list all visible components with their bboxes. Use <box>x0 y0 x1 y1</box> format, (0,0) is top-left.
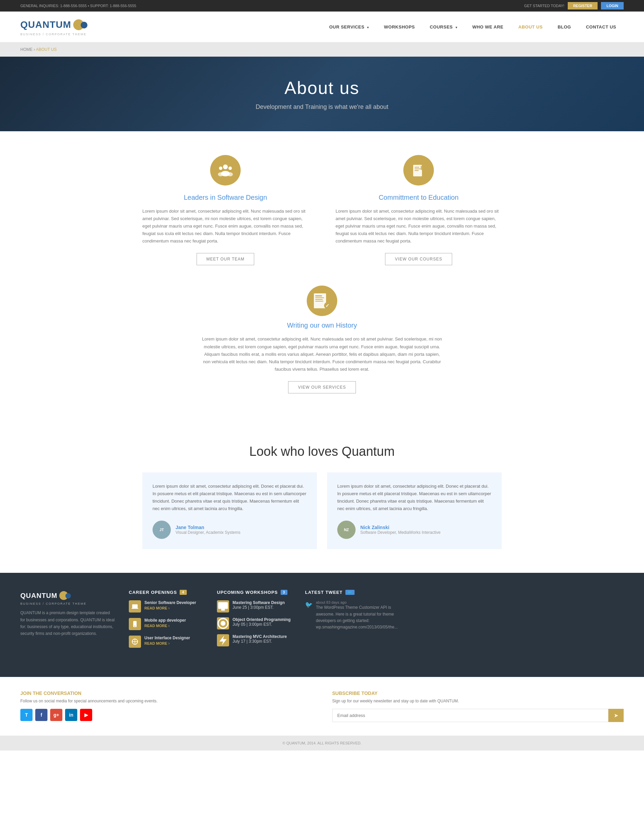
view-courses-button[interactable]: VIEW OUR COURSES <box>385 253 452 265</box>
workshop-icon-2 <box>217 617 229 629</box>
testimonial-1-avatar: JT <box>153 521 171 539</box>
nav-about-us[interactable]: ABOUT US <box>511 21 550 33</box>
leaders-icon <box>210 155 241 186</box>
top-bar-actions: GET STARTED TODAY! REGISTER LOGIN <box>524 2 624 10</box>
site-footer: QUANTUM BUSINESS / CORPORATE THEME QUANT… <box>0 573 644 677</box>
svg-rect-8 <box>414 168 421 169</box>
logo-name: QUANTUM <box>20 20 71 30</box>
workshops-title: UPCOMING WORKSHOPS 3 <box>217 590 292 595</box>
testimonial-1-text: Lorem ipsum dolor sit amet, consectetur … <box>153 483 307 513</box>
svg-marker-29 <box>219 635 227 645</box>
svg-rect-25 <box>218 603 228 609</box>
workshop-item-2: Object Oriented Programming July 05 | 3:… <box>217 617 292 629</box>
nav-contact-us[interactable]: CONTACT US <box>579 21 624 33</box>
social-icons-row: T f g+ in ▶ <box>20 709 312 721</box>
svg-rect-9 <box>414 170 419 171</box>
workshop-icon-1 <box>217 600 229 612</box>
testimonial-2-avatar: NZ <box>337 521 355 539</box>
footer-workshops: UPCOMING WORKSHOPS 3 Mastering Software … <box>217 590 292 653</box>
workshop-2-title: Object Oriented Programming <box>233 617 290 622</box>
career-2-read-more[interactable]: READ MORE <box>144 624 167 628</box>
career-2-title: Mobile app developer <box>144 618 186 623</box>
workshop-item-3: Mastering MVC Architecture July 17 | 3:3… <box>217 634 292 647</box>
tweet-text: The WordPress Theme Customizer API is aw… <box>316 604 398 630</box>
register-button[interactable]: REGISTER <box>568 2 598 10</box>
career-icon-3 <box>129 635 141 648</box>
testimonial-1-name: Jane Tolman <box>176 525 240 530</box>
commitment-body: Lorem ipsum dolor sit amet, consectetur … <box>336 207 502 245</box>
history-body: Lorem ipsum dolor sit amet, consectetur … <box>200 335 444 373</box>
subscribe-form: ➤ <box>332 709 624 722</box>
twitter-icon: 🐦 <box>305 601 313 630</box>
workshops-tag: 3 <box>280 590 288 595</box>
svg-point-28 <box>221 621 225 626</box>
footer-subscribe-section: SUBSCRIBE TODAY Sign up for our weekly n… <box>332 691 624 722</box>
svg-point-1 <box>219 167 222 170</box>
testimonial-2-author: NZ Nick Zalinski Software Developer, Med… <box>337 521 491 539</box>
social-desc: Follow us on social media for special an… <box>20 699 312 704</box>
nav-who-we-are[interactable]: WHO WE ARE <box>465 21 511 33</box>
lightning-icon <box>217 634 229 647</box>
subscribe-submit-button[interactable]: ➤ <box>608 709 624 722</box>
career-1-read-more[interactable]: READ MORE <box>144 606 167 610</box>
workshop-3-date: July 17 | 3:30pm EST. <box>233 639 272 644</box>
social-title: JOIN THE CONVERSATION <box>20 691 312 696</box>
google-social-button[interactable]: g+ <box>50 709 62 721</box>
subscribe-email-input[interactable] <box>332 709 608 722</box>
main-nav: OUR SERVICES ▾ WORKSHOPS COURSES ▾ WHO W… <box>322 21 624 33</box>
career-title: CAREER OPENINGS 4 <box>129 590 203 595</box>
testimonial-2-title: Software Developer, MediaWorks Interacti… <box>360 530 441 535</box>
feature-commitment: Committment to Education Lorem ipsum dol… <box>336 155 502 265</box>
footer-tweet: LATEST TWEET 🐦 🐦 about 83 days ago The W… <box>305 590 386 653</box>
career-item-1: Senior Software Developer READ MORE › <box>129 600 203 612</box>
footer-grid: QUANTUM BUSINESS / CORPORATE THEME QUANT… <box>20 590 624 653</box>
linkedin-social-button[interactable]: in <box>65 709 77 721</box>
testimonial-1: Lorem ipsum dolor sit amet, consectetur … <box>142 472 317 549</box>
breadcrumb-home[interactable]: HOME <box>20 47 33 52</box>
contact-info: GENERAL INQUIRIES: 1-888-556-5555 • SUPP… <box>20 4 136 8</box>
footer-career: CAREER OPENINGS 4 Senior Software Develo… <box>129 590 203 653</box>
get-started-label: GET STARTED TODAY! <box>524 4 564 8</box>
svg-rect-10 <box>423 171 425 174</box>
meet-team-button[interactable]: MEET OUR TEAM <box>197 253 254 265</box>
twitter-social-button[interactable]: T <box>20 709 33 721</box>
footer-logo-sub: BUSINESS / CORPORATE THEME <box>20 602 115 606</box>
breadcrumb-separator: › <box>34 47 36 52</box>
top-bar-contact: GENERAL INQUIRIES: 1-888-556-5555 • SUPP… <box>20 4 140 8</box>
youtube-social-button[interactable]: ▶ <box>80 709 92 721</box>
commitment-title: Committment to Education <box>336 194 502 201</box>
workshop-3-title: Mastering MVC Architecture <box>233 634 287 639</box>
site-header: QUANTUM BUSINESS / CORPORATE THEME OUR S… <box>0 11 644 42</box>
login-button[interactable]: LOGIN <box>601 2 624 10</box>
nav-our-services[interactable]: OUR SERVICES ▾ <box>322 21 377 33</box>
subscribe-title: SUBSCRIBE TODAY <box>332 691 624 696</box>
career-1-title: Senior Software Developer <box>144 600 196 605</box>
feature-history: ✓ Writing our own History Lorem ipsum do… <box>142 286 502 393</box>
copyright-text: © QUANTUM, 2014. ALL RIGHTS RESERVED. <box>282 741 361 745</box>
nav-blog[interactable]: BLOG <box>550 21 579 33</box>
view-services-button[interactable]: VIEW OUR SERVICES <box>288 381 355 394</box>
tweet-tag: 🐦 <box>346 590 355 595</box>
nav-courses[interactable]: COURSES ▾ <box>422 21 465 33</box>
hero-title: About us <box>284 78 359 98</box>
feature-leaders: Leaders in Software Design Lorem ipsum d… <box>142 155 308 265</box>
testimonials-section: Look who loves Quantum Lorem ipsum dolor… <box>135 438 509 573</box>
svg-point-5 <box>227 172 233 176</box>
svg-rect-15 <box>315 301 323 302</box>
testimonial-2-name: Nick Zalinski <box>360 525 441 530</box>
logo-icon <box>73 18 88 32</box>
leaders-body: Lorem ipsum dolor sit amet, consectetur … <box>142 207 308 245</box>
nav-workshops[interactable]: WORKSHOPS <box>377 21 422 33</box>
design-icon <box>132 638 138 645</box>
mobile-icon <box>132 620 138 627</box>
facebook-social-button[interactable]: f <box>35 709 47 721</box>
breadcrumb-current: ABOUT US <box>36 47 57 52</box>
testimonial-1-title: Visual Designer, Academix Systems <box>176 530 240 535</box>
career-3-read-more[interactable]: READ MORE <box>144 641 167 645</box>
svg-rect-26 <box>221 609 225 611</box>
logo[interactable]: QUANTUM BUSINESS / CORPORATE THEME <box>20 18 88 36</box>
workshop-2-date: July 05 | 3:00pm EST. <box>233 622 272 627</box>
svg-rect-14 <box>315 299 323 300</box>
document-icon: ✓ <box>313 291 331 310</box>
commitment-icon <box>403 155 434 186</box>
